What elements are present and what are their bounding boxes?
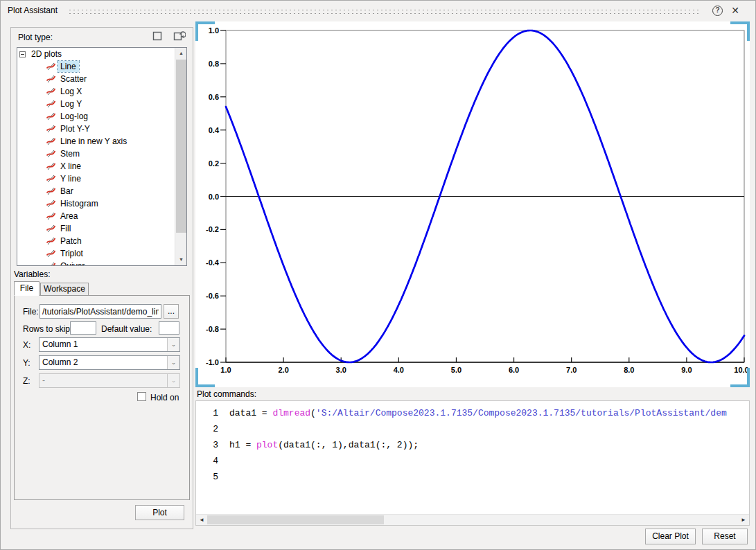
tree-item-triplot[interactable]: Triplot <box>17 247 175 260</box>
rows-to-skip-input[interactable] <box>70 321 96 335</box>
tree-scrollbar[interactable]: ▲ ▼ <box>175 48 186 265</box>
tree-item-label: Log X <box>58 86 85 97</box>
refresh-button[interactable] <box>172 30 187 44</box>
scroll-up-icon[interactable]: ▲ <box>175 48 187 59</box>
tree-item-label: Area <box>58 211 80 222</box>
tree-root-label: 2D plots <box>26 48 64 60</box>
scroll-right-icon[interactable]: ► <box>738 515 749 526</box>
line-chart: -1.0-0.8-0.6-0.4-0.20.00.20.40.60.81.01.… <box>195 21 750 387</box>
tree-item-line-in-new-y-axis[interactable]: Line in new Y axis <box>17 135 175 148</box>
plot-type-icon <box>46 249 56 258</box>
tree-item-fill[interactable]: Fill <box>17 222 175 235</box>
y-column-value: Column 2 <box>39 356 167 369</box>
window-title: Plot Assistant <box>8 6 58 15</box>
chevron-down-icon: ⌄ <box>167 374 179 387</box>
tree-item-log-y[interactable]: Log Y <box>17 98 175 110</box>
selection-corner-bottom-left <box>195 368 215 387</box>
tree-item-label: Scatter <box>58 73 89 85</box>
tree-item-label: Log-log <box>58 111 91 122</box>
code-line[interactable]: 1data1 = dlmread('S:/Altair/Compose2023.… <box>196 405 749 421</box>
plot-type-icon <box>46 136 56 146</box>
browse-button[interactable]: ... <box>164 304 179 319</box>
drag-grip-dots[interactable] <box>68 8 700 15</box>
z-column-value: - <box>39 374 167 387</box>
tree-item-patch[interactable]: Patch <box>17 235 175 247</box>
tree-item-x-line[interactable]: X line <box>17 160 175 172</box>
tree-item-bar[interactable]: Bar <box>17 185 175 197</box>
code-line[interactable]: 5 <box>196 469 749 485</box>
chevron-down-icon[interactable]: ⌄ <box>167 338 179 351</box>
tree-item-line[interactable]: Line <box>17 60 175 73</box>
plot-type-icon <box>46 186 56 196</box>
tree-item-plot-y-y[interactable]: Plot Y-Y <box>17 123 175 135</box>
tab-workspace[interactable]: Workspace <box>40 283 89 296</box>
tree-item-histogram[interactable]: Histogram <box>17 197 175 210</box>
plot-type-icon <box>46 149 56 159</box>
svg-text:6.0: 6.0 <box>509 366 519 374</box>
svg-text:-0.4: -0.4 <box>206 258 220 267</box>
svg-text:0.6: 0.6 <box>209 93 219 101</box>
code-token-plain: data1 = <box>229 405 272 421</box>
tree-scrollbar-thumb[interactable] <box>176 60 186 233</box>
code-scrollbar-thumb[interactable] <box>207 515 384 524</box>
z-label: Z: <box>23 376 30 386</box>
line-number: 3 <box>196 437 229 453</box>
help-icon[interactable]: ? <box>712 6 723 16</box>
tree-item-stem[interactable]: Stem <box>17 148 175 160</box>
plot-type-icon <box>46 62 56 71</box>
tree-item-y-line[interactable]: Y line <box>17 172 175 185</box>
tree-item-label: Stem <box>58 148 82 159</box>
plot-type-icon <box>46 99 56 109</box>
svg-text:9.0: 9.0 <box>681 366 692 374</box>
tree-item-label: Quiver <box>58 260 87 265</box>
file-path-input[interactable] <box>39 304 161 319</box>
plot-button[interactable]: Plot <box>135 505 184 520</box>
plot-type-icon <box>46 199 56 209</box>
code-token-plain: h1 = <box>229 437 256 453</box>
tree-item-label: Bar <box>58 186 76 197</box>
collapse-icon[interactable] <box>19 51 26 57</box>
plot-canvas[interactable]: -1.0-0.8-0.6-0.4-0.20.00.20.40.60.81.01.… <box>195 21 750 387</box>
y-label: Y: <box>23 358 30 368</box>
plot-type-label: Plot type: <box>18 33 53 42</box>
tab-file[interactable]: File <box>14 281 39 296</box>
tree-item-quiver[interactable]: Quiver <box>17 260 175 265</box>
tree-item-log-x[interactable]: Log X <box>17 85 175 98</box>
title-bar[interactable]: Plot Assistant ? ✕ <box>1 1 755 20</box>
code-token-plain: (data1(:, 1),data1(:, 2)); <box>278 437 419 453</box>
clear-plot-button[interactable]: Clear Plot <box>645 529 696 544</box>
selection-corner-top-right <box>730 21 750 41</box>
default-value-input[interactable] <box>159 321 179 335</box>
z-column-select: - ⌄ <box>39 373 180 388</box>
tree-root-2d-plots[interactable]: 2D plots <box>17 48 175 60</box>
tree-item-area[interactable]: Area <box>17 210 175 222</box>
code-horizontal-scrollbar[interactable]: ◄ ► <box>196 514 749 525</box>
svg-text:0.8: 0.8 <box>209 60 219 68</box>
x-column-select[interactable]: Column 1 ⌄ <box>39 337 180 352</box>
plot-type-icon <box>46 261 56 265</box>
deselect-button[interactable] <box>150 30 165 44</box>
y-column-select[interactable]: Column 2 ⌄ <box>39 355 180 370</box>
reset-button[interactable]: Reset <box>702 529 748 544</box>
chevron-down-icon[interactable]: ⌄ <box>167 356 179 369</box>
code-line[interactable]: 4 <box>196 453 749 469</box>
code-line[interactable]: 2 <box>196 421 749 437</box>
hold-on-checkbox[interactable] <box>137 392 146 401</box>
tree-item-scatter[interactable]: Scatter <box>17 73 175 85</box>
plot-commands-editor[interactable]: 1data1 = dlmread('S:/Altair/Compose2023.… <box>195 400 750 526</box>
tree-rows: 2D plotsLineScatterLog XLog YLog-logPlot… <box>17 48 175 265</box>
x-column-value: Column 1 <box>39 338 167 351</box>
tree-item-log-log[interactable]: Log-log <box>17 110 175 123</box>
plot-type-tree: 2D plotsLineScatterLog XLog YLog-logPlot… <box>17 47 187 266</box>
svg-text:5.0: 5.0 <box>451 366 461 374</box>
file-tab-page: File: ... Rows to skip: Default value: X… <box>14 295 190 500</box>
plot-type-icon <box>46 224 56 233</box>
close-icon[interactable]: ✕ <box>729 4 741 17</box>
scroll-left-icon[interactable]: ◄ <box>196 515 207 526</box>
scroll-down-icon[interactable]: ▼ <box>175 254 187 265</box>
plot-type-icon <box>46 236 56 246</box>
tree-item-label: Histogram <box>58 198 101 209</box>
code-line[interactable]: 3h1 = plot(data1(:, 1),data1(:, 2)); <box>196 437 749 453</box>
plot-type-panel: Plot type: 2D plotsLineScatterLog XLog Y… <box>10 27 193 529</box>
plot-type-icon <box>46 161 56 171</box>
